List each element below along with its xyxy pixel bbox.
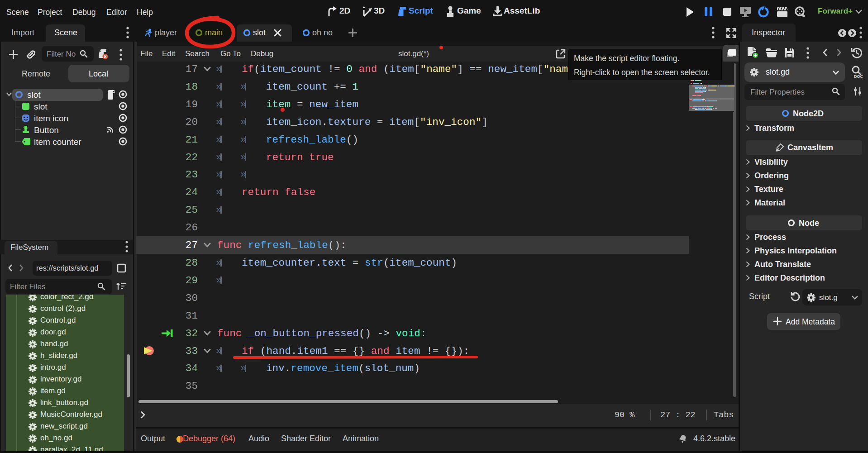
svg-text:DOC: DOC bbox=[854, 74, 863, 79]
